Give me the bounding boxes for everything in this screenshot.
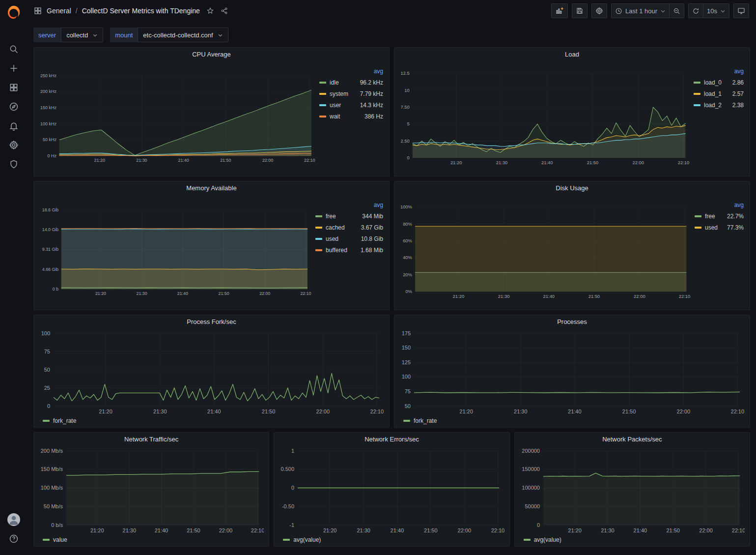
panel-title[interactable]: Process Fork/sec [34, 315, 389, 328]
legend-series-avg(value)[interactable]: avg(value) [283, 536, 321, 543]
panel-network-packets: Network Packets/sec 05000010000015000020… [514, 432, 750, 547]
legend-series-buffered[interactable]: buffered1.68 Mib [315, 244, 383, 256]
tv-mode-button[interactable] [733, 3, 749, 18]
svg-text:200 kHz: 200 kHz [40, 89, 56, 94]
star-button[interactable] [206, 7, 214, 15]
series-color-swatch [319, 104, 326, 106]
svg-text:22:10: 22:10 [251, 527, 264, 533]
network-errors-chart[interactable]: -1-0.5000.500121:2021:3021:4021:5022:002… [277, 446, 504, 535]
legend-series-load_2[interactable]: load_22.38 [694, 99, 744, 111]
breadcrumb-folder[interactable]: General [47, 7, 71, 15]
svg-text:100%: 100% [400, 204, 413, 209]
panel-title[interactable]: Network Errors/sec [274, 433, 509, 446]
series-name: avg(value) [534, 536, 561, 543]
chevron-down-icon [720, 8, 726, 14]
svg-text:-1: -1 [290, 522, 295, 528]
svg-text:21:20: 21:20 [99, 409, 112, 414]
search-icon [9, 44, 19, 54]
series-name: idle [330, 79, 339, 86]
panel-title[interactable]: Network Packets/sec [515, 433, 750, 446]
legend-series-value[interactable]: value [43, 536, 67, 543]
load-legend: avgload_02.86load_12.57load_22.38 [690, 61, 745, 175]
sidebar-item-search[interactable] [4, 39, 24, 58]
panel-title[interactable]: Processes [394, 315, 750, 328]
legend-series-fork_rate[interactable]: fork_rate [43, 417, 76, 424]
svg-text:22:00: 22:00 [699, 527, 713, 533]
sidebar-item-help[interactable] [4, 529, 24, 548]
sidebar-item-configuration[interactable] [4, 135, 24, 154]
cpu-average-chart[interactable]: 0 Hz50 kHz100 kHz150 kHz200 kHz250 kHz21… [37, 61, 315, 175]
sidebar-item-dashboards[interactable] [4, 78, 24, 97]
legend-series-used[interactable]: used77.3% [695, 222, 744, 233]
series-color-swatch [315, 215, 322, 217]
refresh-button[interactable] [688, 3, 703, 18]
series-avg-value: 3.67 Gib [356, 224, 383, 231]
disk-usage-chart[interactable]: 0%20%40%60%80%100%21:2021:3021:4021:5022… [397, 195, 691, 308]
panel-title[interactable]: Disk Usage [394, 181, 750, 195]
series-avg-value: 1.68 Mib [356, 247, 383, 254]
processes-chart[interactable]: 507510012515017521:2021:3021:4021:5022:0… [397, 328, 745, 416]
panel-title[interactable]: Network Traffic/sec [34, 433, 269, 446]
chevron-down-icon [660, 8, 666, 14]
network-traffic-chart[interactable]: 0 b/s50 Mb/s100 Mb/s150 Mb/s200 Mb/s21:2… [37, 446, 264, 535]
svg-text:0: 0 [291, 485, 294, 491]
svg-text:200 Mb/s: 200 Mb/s [41, 448, 63, 454]
series-color-swatch [319, 82, 326, 84]
legend-series-load_0[interactable]: load_02.86 [694, 77, 744, 88]
legend-series-system[interactable]: system7.79 kHz [319, 88, 383, 99]
legend-series-used[interactable]: used10.8 Gib [315, 233, 383, 244]
add-panel-icon [555, 6, 564, 15]
memory-available-chart[interactable]: 0 b4.66 Gib9.31 Gib14.0 Gib18.6 Gib21:20… [37, 195, 311, 308]
save-dashboard-button[interactable] [572, 3, 588, 18]
clock-icon [615, 7, 622, 15]
svg-text:60%: 60% [403, 238, 412, 243]
page-title: CollectD Server Metrics with TDengine [82, 7, 200, 15]
template-variables: server collectd mount etc-collectd-colle… [28, 22, 756, 47]
panel-title[interactable]: Load [394, 48, 750, 61]
variable-mount-selected: etc-collectd-collectd.conf [143, 31, 213, 39]
sidebar-item-explore[interactable] [4, 97, 24, 116]
series-avg-value: 2.86 [728, 79, 744, 86]
svg-text:10: 10 [404, 88, 409, 93]
legend-series-avg(value)[interactable]: avg(value) [524, 536, 561, 543]
panel-title[interactable]: CPU Average [34, 48, 389, 61]
refresh-interval-label: 10s [707, 7, 717, 15]
gear-icon [9, 140, 19, 150]
variable-mount[interactable]: mount etc-collectd-collectd.conf [110, 28, 228, 42]
share-button[interactable] [221, 7, 228, 15]
legend-series-cached[interactable]: cached3.67 Gib [315, 222, 383, 233]
dashboard-settings-button[interactable] [591, 3, 607, 18]
legend-series-user[interactable]: user14.3 kHz [319, 99, 383, 111]
legend-series-load_1[interactable]: load_12.57 [694, 88, 744, 99]
load-chart[interactable]: 02.5057.501012.521:2021:3021:4021:5022:0… [397, 61, 690, 175]
network-packets-chart[interactable]: 05000010000015000020000021:2021:3021:402… [518, 446, 745, 535]
variable-server-value[interactable]: collectd [61, 28, 103, 42]
legend-series-idle[interactable]: idle96.2 kHz [319, 77, 383, 88]
legend-series-fork_rate[interactable]: fork_rate [403, 417, 437, 424]
refresh-interval-picker[interactable]: 10s [703, 3, 729, 18]
sidebar-item-server-admin[interactable] [4, 154, 24, 174]
grafana-logo-icon[interactable] [6, 5, 21, 20]
time-range-picker[interactable]: Last 1 hour [611, 3, 670, 18]
legend-series-wait[interactable]: wait386 Hz [319, 111, 383, 122]
svg-text:22:00: 22:00 [262, 158, 273, 163]
svg-text:21:50: 21:50 [424, 527, 438, 533]
series-name: user [330, 102, 341, 109]
legend-series-free[interactable]: free344 Mib [315, 210, 383, 222]
svg-text:50: 50 [44, 367, 50, 373]
sidebar-item-create[interactable] [4, 58, 24, 78]
series-name: system [330, 90, 348, 97]
series-name: cached [326, 224, 345, 231]
sidebar-item-alerting[interactable] [4, 116, 24, 135]
process-fork-chart[interactable]: 025507510021:2021:3021:4021:5022:0022:10 [37, 328, 384, 416]
series-color-swatch [319, 116, 326, 117]
variable-mount-value[interactable]: etc-collectd-collectd.conf [138, 28, 228, 42]
sidebar-item-profile[interactable] [4, 510, 24, 529]
zoom-out-time-button[interactable] [669, 3, 684, 18]
legend-series-free[interactable]: free22.7% [695, 210, 744, 222]
panel-title[interactable]: Memory Available [34, 181, 389, 195]
add-panel-button[interactable] [551, 3, 568, 18]
svg-text:22:00: 22:00 [677, 409, 691, 414]
variable-server[interactable]: server collectd [33, 28, 103, 42]
dashboard-grid-icon[interactable] [33, 6, 42, 15]
